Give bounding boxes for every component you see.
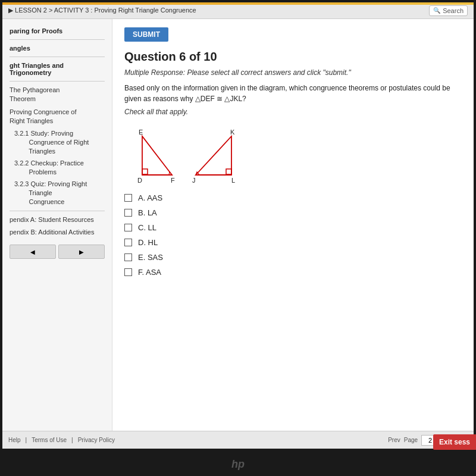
- sidebar-item-proving-congruence[interactable]: Proving Congruence ofRight Triangles: [2, 106, 112, 128]
- svg-text:D: D: [137, 177, 142, 184]
- answer-choice-d: D. HL: [124, 238, 462, 247]
- page-label: Page: [404, 437, 418, 443]
- svg-text:K: K: [230, 129, 235, 136]
- sidebar: paring for Proofs angles ght Triangles a…: [2, 19, 112, 431]
- answer-choice-c: C. LL: [124, 223, 462, 232]
- sidebar-section-right-trig: ght Triangles and Trigonometry: [2, 60, 112, 79]
- checkbox-f[interactable]: [124, 268, 132, 276]
- sidebar-next-btn[interactable]: ▶: [58, 245, 105, 259]
- answer-label-c: C. LL: [138, 223, 156, 232]
- help-link[interactable]: Help: [8, 437, 21, 443]
- svg-text:L: L: [231, 177, 235, 184]
- content-area: SUBMIT Question 6 of 10 Multiple Respons…: [112, 19, 474, 431]
- answer-choice-e: E. SAS: [124, 253, 462, 262]
- answer-label-d: D. HL: [138, 238, 158, 247]
- search-box[interactable]: 🔍 Search: [429, 5, 468, 16]
- sidebar-item-appendix-b[interactable]: pendix B: Additional Activities: [2, 226, 112, 239]
- sidebar-section-preparing: paring for Proofs: [2, 25, 112, 37]
- answer-label-b: B. LA: [138, 208, 157, 217]
- sidebar-nav-buttons: ◀ ▶: [10, 245, 105, 259]
- svg-text:J: J: [192, 177, 196, 184]
- sidebar-prev-btn[interactable]: ◀: [10, 245, 56, 259]
- breadcrumb: ▶ LESSON 2 > ACTIVITY 3 : Proving Right …: [8, 7, 196, 14]
- top-bar: ▶ LESSON 2 > ACTIVITY 3 : Proving Right …: [2, 2, 474, 19]
- checkbox-e[interactable]: [124, 253, 132, 261]
- sidebar-item-3-2-2[interactable]: 3.2.2 Checkup: Practice Problems: [2, 158, 112, 178]
- submit-button[interactable]: SUBMIT: [124, 27, 168, 42]
- checkbox-b[interactable]: [124, 209, 132, 217]
- triangles-svg: E D F K J L: [130, 124, 261, 184]
- sidebar-section-angles: angles: [2, 42, 112, 54]
- privacy-link[interactable]: Privacy Policy: [78, 437, 115, 443]
- answer-label-e: E. SAS: [138, 253, 163, 262]
- sidebar-item-3-2-1[interactable]: 3.2.1 Study: Proving Congruence of Right…: [2, 128, 112, 158]
- terms-link[interactable]: Terms of Use: [32, 437, 67, 443]
- exit-session-button[interactable]: Exit sess: [433, 434, 476, 450]
- hp-logo-area: hp: [0, 452, 476, 476]
- svg-text:E: E: [139, 129, 143, 136]
- prev-label: Prev: [388, 437, 400, 443]
- answer-label-f: F. ASA: [138, 268, 161, 277]
- hp-logo: hp: [231, 458, 245, 471]
- answer-choice-b: B. LA: [124, 208, 462, 217]
- svg-rect-7: [226, 169, 231, 174]
- svg-text:F: F: [171, 177, 175, 184]
- answer-label-a: A. AAS: [138, 193, 162, 202]
- bottom-bar: Help | Terms of Use | Privacy Policy Pre…: [2, 431, 474, 449]
- question-type: Multiple Response: Please select all cor…: [124, 68, 462, 77]
- triangle-diagram: E D F K J L: [124, 124, 462, 184]
- question-title: Question 6 of 10: [124, 50, 462, 64]
- svg-rect-1: [142, 169, 148, 174]
- checkbox-d[interactable]: [124, 239, 132, 246]
- search-label: Search: [443, 7, 464, 14]
- search-icon: 🔍: [433, 7, 440, 14]
- sidebar-item-3-2-3[interactable]: 3.2.3 Quiz: Proving Right Triangle Congr…: [2, 178, 112, 208]
- check-all-text: Check all that apply.: [124, 108, 462, 116]
- checkbox-c[interactable]: [124, 224, 132, 231]
- bottom-links: Help | Terms of Use | Privacy Policy: [8, 437, 115, 443]
- answer-choice-f: F. ASA: [124, 268, 462, 277]
- sidebar-item-appendix-a[interactable]: pendix A: Student Resources: [2, 214, 112, 226]
- answer-choice-a: A. AAS: [124, 193, 462, 202]
- checkbox-a[interactable]: [124, 194, 132, 202]
- question-text: Based only on the information given in t…: [124, 83, 462, 104]
- sidebar-item-pythagorean[interactable]: The PythagoreanTheorem: [2, 84, 112, 106]
